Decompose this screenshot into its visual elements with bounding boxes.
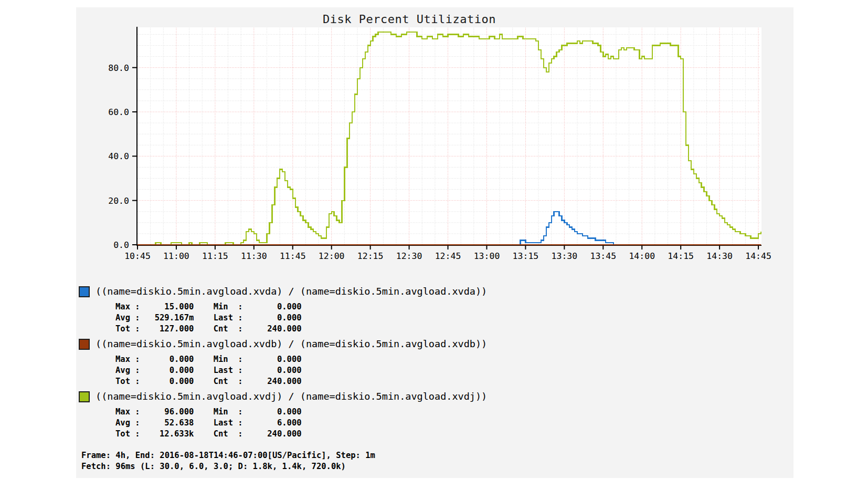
x-tick-label: 12:15 [357,251,384,261]
y-tick-label: 40.0 [108,151,129,161]
x-tick-label: 14:00 [629,251,655,261]
x-tick-label: 13:15 [513,251,539,261]
stats-line: Tot : 12.633k Cnt : 240.000 [115,429,790,440]
stats-line: Max : 96.000 Min : 0.000 [115,407,790,418]
chart-svg: 10:4511:0011:1511:3011:4512:0012:1512:30… [76,7,793,273]
stats-line: Max : 0.000 Min : 0.000 [115,354,790,365]
x-tick-label: 10:45 [124,251,151,261]
x-tick-label: 13:00 [474,251,500,261]
x-tick-label: 11:30 [241,251,267,261]
legend-entry-xvda: ((name=diskio.5min.avgload.xvda) / (name… [76,285,790,335]
legend-swatch-xvdj [79,391,90,402]
rrd-graph-panel: 10:4511:0011:1511:3011:4512:0012:1512:30… [76,7,793,478]
x-tick-label: 14:45 [745,251,771,261]
x-tick-label: 13:45 [590,251,616,261]
stats-line: Tot : 0.000 Cnt : 240.000 [115,376,790,387]
page-root: { "title": "Disk Percent Utilization", "… [0,0,868,489]
x-tick-label: 11:15 [202,251,228,261]
stats-line: Avg : 529.167m Last : 0.000 [115,313,790,324]
stats-line: Avg : 0.000 Last : 0.000 [115,365,790,376]
legend: ((name=diskio.5min.avgload.xvda) / (name… [76,285,790,472]
x-tick-label: 13:30 [552,251,578,261]
stats-line: Max : 15.000 Min : 0.000 [115,301,790,313]
legend-entry-xvdb: ((name=diskio.5min.avgload.xvdb) / (name… [76,337,790,387]
legend-swatch-xvda [79,286,90,297]
stats-line: Tot : 127.000 Cnt : 240.000 [115,324,790,335]
x-tick-label: 14:30 [706,251,733,261]
chart-title: Disk Percent Utilization [76,13,743,26]
x-tick-label: 12:00 [319,251,345,261]
x-tick-label: 11:45 [280,251,306,261]
footer: Frame: 4h, End: 2016-08-18T14:46-07:00[U… [81,450,790,472]
legend-entry-xvdj: ((name=diskio.5min.avgload.xvdj) / (name… [76,390,790,440]
x-tick-label: 12:30 [396,251,422,261]
legend-swatch-xvdb [79,339,90,350]
y-tick-label: 0.0 [113,240,129,250]
x-tick-label: 14:15 [668,251,694,261]
footer-fetch-line: Fetch: 96ms (L: 30.0, 6.0, 3.0; D: 1.8k,… [81,461,790,472]
y-tick-label: 60.0 [108,107,129,117]
legend-label-xvdb: ((name=diskio.5min.avgload.xvdb) / (name… [96,337,487,351]
y-tick-label: 20.0 [108,196,129,206]
x-tick-label: 11:00 [163,251,189,261]
legend-label-xvdj: ((name=diskio.5min.avgload.xvdj) / (name… [96,390,487,403]
footer-frame-line: Frame: 4h, End: 2016-08-18T14:46-07:00[U… [81,450,790,461]
y-tick-label: 80.0 [108,63,129,73]
x-tick-label: 12:45 [435,251,461,261]
legend-label-xvda: ((name=diskio.5min.avgload.xvda) / (name… [96,285,487,298]
stats-line: Avg : 52.638 Last : 6.000 [115,418,790,429]
